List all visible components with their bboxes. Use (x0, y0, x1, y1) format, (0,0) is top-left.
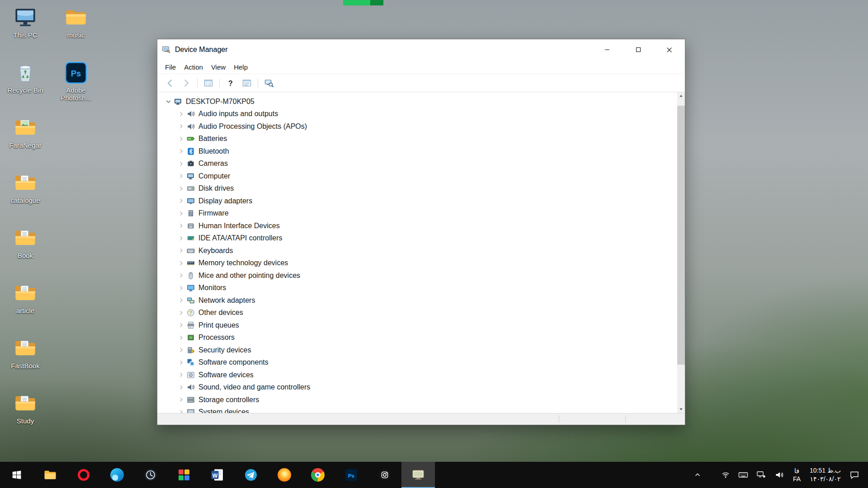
chevron-right-icon[interactable] (175, 123, 186, 130)
menu-help[interactable]: Help (230, 63, 252, 71)
taskbar-instagram[interactable] (368, 462, 401, 488)
chevron-right-icon[interactable] (175, 334, 186, 341)
chevron-right-icon[interactable] (175, 222, 186, 229)
tree-item-keyboards[interactable]: Keyboards (157, 244, 685, 257)
desktop-icon-book[interactable]: Book (1, 226, 49, 259)
chevron-right-icon[interactable] (175, 409, 186, 413)
toolbar-forward-button[interactable] (178, 76, 194, 90)
chevron-right-icon[interactable] (175, 371, 186, 378)
taskbar-edge[interactable] (100, 462, 134, 488)
tree-item-memory-technology-devices[interactable]: Memory technology devices (157, 257, 685, 270)
tree-item-system-devices[interactable]: System devices (157, 406, 685, 413)
chevron-right-icon[interactable] (175, 210, 186, 217)
tree-item-batteries[interactable]: Batteries (157, 133, 685, 145)
toolbar-console-tree-button[interactable] (200, 76, 217, 90)
taskbar-device-manager[interactable] (401, 462, 435, 488)
desktop-icon-study[interactable]: Study (1, 391, 49, 425)
language-indicator[interactable]: فا FA (788, 467, 805, 483)
taskbar-firefox[interactable] (268, 462, 301, 488)
vertical-scrollbar[interactable] (677, 92, 685, 413)
chevron-right-icon[interactable] (175, 384, 186, 391)
tree-item-audio-inputs-and-outputs[interactable]: Audio inputs and outputs (157, 108, 685, 121)
chevron-right-icon[interactable] (175, 272, 186, 279)
chevron-right-icon[interactable] (175, 148, 186, 155)
tree-item-storage-controllers[interactable]: Storage controllers (157, 394, 685, 406)
desktop-icon-faranegar[interactable]: FaraNegar (1, 116, 49, 149)
tree-item-monitors[interactable]: Monitors (157, 282, 685, 295)
desktop-icon-music[interactable]: music (52, 5, 100, 39)
toolbar-back-button[interactable] (162, 76, 178, 90)
toolbar-scan-hardware-button[interactable] (261, 76, 277, 90)
chevron-right-icon[interactable] (175, 136, 186, 142)
chevron-right-icon[interactable] (175, 396, 186, 403)
tree-item-security-devices[interactable]: Security devices (157, 344, 685, 357)
close-button[interactable] (654, 39, 685, 60)
menu-view[interactable]: View (207, 63, 230, 71)
chevron-right-icon[interactable] (175, 160, 186, 167)
taskbar-telegram[interactable] (234, 462, 268, 488)
toolbar-help-button[interactable]: ? (222, 76, 239, 90)
tree-root-desktop-m70kp05[interactable]: DESKTOP-M70KP05 (157, 95, 685, 108)
tree-item-audio-processing-objects[interactable]: Audio Processing Objects (APOs) (157, 120, 685, 133)
taskbar-start[interactable] (0, 462, 33, 488)
chevron-right-icon[interactable] (175, 285, 186, 291)
tree-item-sound-video-and-game-controllers[interactable]: Sound, video and game controllers (157, 381, 685, 394)
tray-overflow-chevron-icon[interactable] (690, 462, 705, 488)
action-center-icon[interactable] (845, 462, 863, 488)
taskbar-app-red[interactable] (67, 462, 100, 488)
chevron-right-icon[interactable] (175, 197, 186, 204)
tree-item-human-interface-devices[interactable]: Human Interface Devices (157, 220, 685, 232)
network-icon[interactable] (752, 462, 770, 488)
chevron-right-icon[interactable] (175, 310, 186, 316)
tree-item-ide-ata-atapi-controllers[interactable]: IDE ATA/ATAPI controllers (157, 232, 685, 245)
taskbar-word[interactable]: W (201, 462, 234, 488)
scroll-down-arrow-icon[interactable] (677, 405, 685, 413)
chevron-right-icon[interactable] (175, 111, 186, 117)
toolbar-properties-button[interactable] (239, 76, 255, 90)
scrollbar-thumb[interactable] (677, 106, 685, 365)
taskbar-chrome[interactable] (301, 462, 335, 488)
chevron-right-icon[interactable] (175, 297, 186, 304)
desktop-icon-catalogue[interactable]: catalogue (1, 171, 49, 204)
tree-item-software-devices[interactable]: Software devices (157, 369, 685, 381)
tree-item-firmware[interactable]: Firmware (157, 207, 685, 220)
tree-item-network-adapters[interactable]: Network adapters (157, 294, 685, 307)
chevron-right-icon[interactable] (175, 173, 186, 179)
tree-item-processors[interactable]: Processors (157, 332, 685, 344)
title-bar[interactable]: Device Manager (157, 39, 685, 60)
chevron-down-icon[interactable] (163, 98, 174, 105)
desktop-icon-adobe-photoshop[interactable]: PsAdobe Photosh... (52, 61, 100, 102)
tree-item-print-queues[interactable]: Print queues (157, 319, 685, 332)
minimize-button[interactable] (591, 39, 623, 60)
taskbar-clock-app[interactable] (134, 462, 167, 488)
chevron-right-icon[interactable] (175, 260, 186, 267)
desktop-icon-recycle-bin[interactable]: Recycle Bin (1, 61, 49, 94)
tree-item-bluetooth[interactable]: Bluetooth (157, 145, 685, 158)
tree-item-mice-and-other-pointing-devices[interactable]: Mice and other pointing devices (157, 269, 685, 282)
tree-item-computer[interactable]: Computer (157, 170, 685, 183)
taskbar-file-explorer[interactable] (33, 462, 67, 488)
chevron-right-icon[interactable] (175, 247, 186, 254)
touch-keyboard-icon[interactable] (734, 462, 752, 488)
menu-action[interactable]: Action (180, 63, 207, 71)
scroll-up-arrow-icon[interactable] (677, 92, 685, 100)
desktop-icon-fastbook[interactable]: FastBook (1, 336, 49, 370)
tree-item-software-components[interactable]: Software components (157, 357, 685, 369)
desktop-icon-this-pc[interactable]: This PC (1, 5, 49, 39)
chevron-right-icon[interactable] (175, 322, 186, 328)
tree-item-disk-drives[interactable]: Disk drives (157, 183, 685, 195)
taskbar-photoshop[interactable]: Ps (335, 462, 368, 488)
chevron-right-icon[interactable] (175, 185, 186, 192)
volume-icon[interactable] (770, 462, 788, 488)
chevron-right-icon[interactable] (175, 347, 186, 353)
maximize-button[interactable] (623, 39, 654, 60)
desktop-icon-article[interactable]: article (1, 281, 49, 314)
chevron-right-icon[interactable] (175, 359, 186, 366)
taskbar-colors-app[interactable] (167, 462, 201, 488)
chevron-right-icon[interactable] (175, 235, 186, 242)
tree-item-other-devices[interactable]: ?Other devices (157, 307, 685, 319)
menu-file[interactable]: File (161, 63, 180, 71)
wireless-icon[interactable] (717, 462, 734, 488)
tree-item-display-adapters[interactable]: Display adapters (157, 195, 685, 207)
tree-item-cameras[interactable]: Cameras (157, 158, 685, 170)
